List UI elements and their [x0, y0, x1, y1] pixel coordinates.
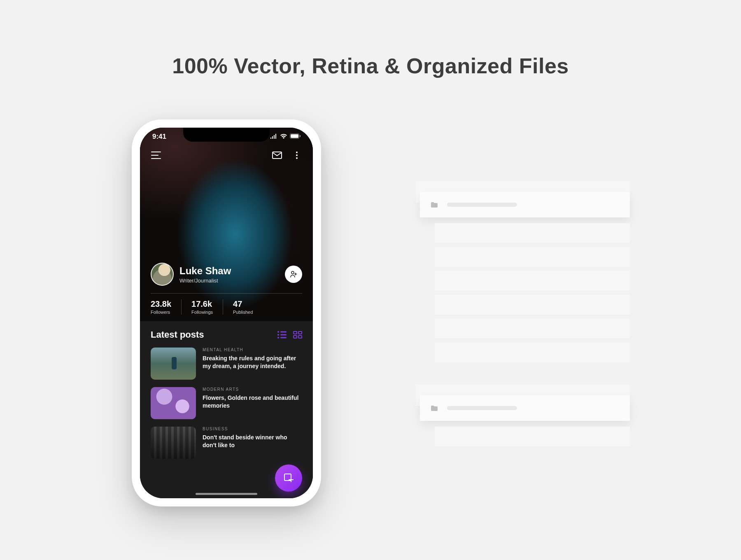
- layer-name-placeholder: [447, 203, 517, 207]
- posts-heading: Latest posts: [151, 329, 204, 340]
- grid-view-icon[interactable]: [293, 331, 302, 338]
- post-item[interactable]: MODERN ARTS Flowers, Golden rose and bea…: [151, 387, 302, 419]
- layer-folder-row[interactable]: [420, 395, 630, 421]
- svg-rect-2: [300, 135, 301, 137]
- post-thumbnail: [151, 427, 196, 459]
- layer-group: [416, 181, 630, 362]
- svg-rect-14: [294, 331, 297, 334]
- svg-point-8: [277, 331, 279, 333]
- layer-row[interactable]: [435, 247, 630, 267]
- status-time: 9:41: [152, 133, 166, 141]
- profile-role: Writer/Journalist: [179, 278, 285, 284]
- add-user-button[interactable]: [285, 266, 302, 283]
- signal-icon: [270, 133, 277, 141]
- svg-point-6: [296, 157, 298, 159]
- post-thumbnail: [151, 348, 196, 380]
- layer-row[interactable]: [435, 295, 630, 315]
- status-bar: 9:41: [140, 133, 313, 141]
- stat-value: 17.6k: [191, 299, 213, 309]
- menu-icon[interactable]: [151, 150, 161, 161]
- page-headline: 100% Vector, Retina & Organized Files: [0, 54, 741, 78]
- post-title: Don't stand beside winner who don't like…: [203, 434, 302, 449]
- stat-followings[interactable]: 17.6k Followings: [191, 299, 223, 315]
- post-category: MENTAL HEALTH: [203, 348, 302, 352]
- profile-name: Luke Shaw: [179, 265, 285, 277]
- post-category: BUSINESS: [203, 427, 302, 431]
- stat-label: Followings: [191, 310, 213, 315]
- post-item[interactable]: MENTAL HEALTH Breaking the rules and goi…: [151, 348, 302, 380]
- mail-icon[interactable]: [272, 150, 282, 161]
- layer-row[interactable]: [435, 343, 630, 362]
- svg-rect-1: [291, 134, 298, 138]
- svg-rect-9: [280, 331, 287, 333]
- svg-point-5: [296, 154, 298, 156]
- phone-screen: 9:41: [140, 128, 313, 498]
- profile-hero: 9:41: [140, 128, 313, 321]
- compose-icon: [283, 473, 294, 483]
- layer-folder-row[interactable]: [420, 192, 630, 217]
- layer-row[interactable]: [435, 271, 630, 291]
- svg-point-12: [277, 337, 279, 338]
- layer-row[interactable]: [435, 319, 630, 338]
- post-title: Flowers, Golden rose and beautiful memor…: [203, 394, 302, 410]
- svg-rect-15: [298, 331, 302, 334]
- app-top-bar: [140, 150, 313, 161]
- stat-value: 47: [233, 299, 253, 309]
- profile-block: Luke Shaw Writer/Journalist: [151, 263, 302, 286]
- layer-row[interactable]: [435, 427, 630, 446]
- layers-panel: [416, 181, 630, 469]
- posts-section: Latest posts MENTAL HEALTH Breaking the …: [140, 321, 313, 498]
- phone-frame: 9:41: [132, 119, 321, 506]
- svg-rect-16: [294, 336, 297, 338]
- stat-followers[interactable]: 23.8k Followers: [151, 299, 182, 315]
- stat-label: Published: [233, 310, 253, 315]
- battery-icon: [290, 133, 301, 141]
- svg-point-7: [291, 271, 294, 274]
- post-item[interactable]: BUSINESS Don't stand beside winner who d…: [151, 427, 302, 459]
- svg-rect-11: [280, 334, 287, 336]
- user-plus-icon: [290, 271, 297, 278]
- profile-stats: 23.8k Followers 17.6k Followings 47 Publ…: [151, 293, 302, 315]
- post-thumbnail: [151, 387, 196, 419]
- list-view-icon[interactable]: [277, 331, 287, 338]
- stat-label: Followers: [151, 310, 171, 315]
- view-toggle: [277, 331, 302, 338]
- stat-published[interactable]: 47 Published: [233, 299, 253, 315]
- post-title: Breaking the rules and going after my dr…: [203, 355, 302, 370]
- svg-point-10: [277, 334, 279, 336]
- post-category: MODERN ARTS: [203, 387, 302, 392]
- folder-icon: [431, 202, 438, 208]
- folder-icon: [431, 405, 438, 411]
- wifi-icon: [280, 133, 287, 141]
- layer-group: [416, 385, 630, 446]
- svg-point-4: [296, 152, 298, 153]
- stat-value: 23.8k: [151, 299, 171, 309]
- more-icon[interactable]: [291, 150, 302, 161]
- svg-rect-13: [280, 337, 287, 338]
- avatar[interactable]: [151, 263, 174, 286]
- layer-row[interactable]: [435, 223, 630, 243]
- compose-fab[interactable]: [275, 464, 302, 492]
- home-indicator[interactable]: [196, 493, 257, 495]
- layer-name-placeholder: [447, 406, 517, 410]
- svg-rect-17: [298, 336, 302, 338]
